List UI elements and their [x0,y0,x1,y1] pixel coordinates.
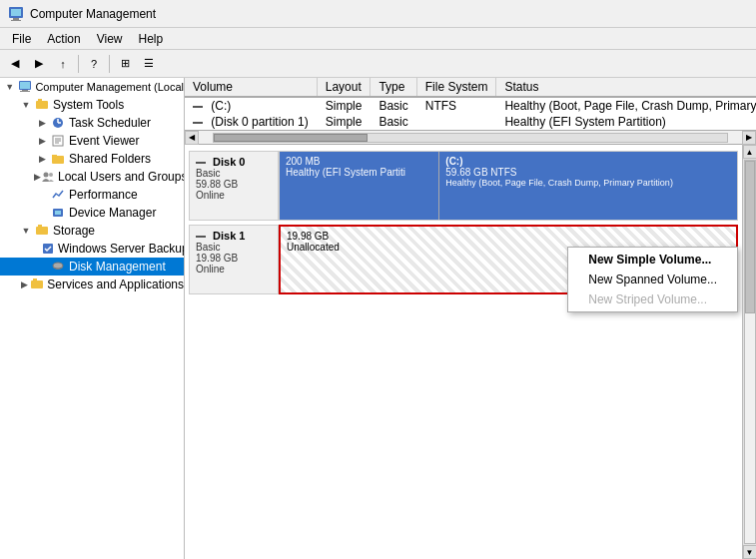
tree-root[interactable]: ▼ Computer Management (Local [0,78,184,96]
disk-1-unalloc-size: 19.98 GB [287,231,730,242]
scroll-track[interactable] [213,133,728,143]
disk-1-size: 19.98 GB [196,253,272,264]
disk-0-c-partition[interactable]: (C:) 59.68 GB NTFS Healthy (Boot, Page F… [439,152,737,220]
list-button[interactable]: ☰ [138,53,160,75]
tree-task-scheduler[interactable]: ▶ Task Scheduler [0,114,184,132]
tree-local-users[interactable]: ▶ Local Users and Groups [0,168,184,186]
svg-rect-2 [13,18,19,20]
table-row[interactable]: (C:) Simple Basic NTFS Healthy (Boot, Pa… [185,97,756,114]
volume-table-area: Volume Layout Type File System Status (C… [185,78,756,131]
disk-mgmt-icon [50,259,66,275]
svg-rect-3 [11,20,21,21]
minus-icon-0 [193,106,203,108]
svg-rect-23 [36,227,48,235]
event-viewer-expand-icon[interactable]: ▶ [34,133,50,149]
status-0: Healthy (Boot, Page File, Crash Dump, Pr… [496,97,756,114]
disk-0-minus-icon [196,162,206,164]
system-tools-icon [34,97,50,113]
back-button[interactable]: ◀ [4,53,26,75]
help-button[interactable]: ? [83,53,105,75]
wsb-label: Windows Server Backup [58,242,185,256]
disk-1-status: Online [196,264,272,275]
vertical-scrollbar[interactable]: ▲ ▼ [742,145,756,559]
tree-storage[interactable]: ▼ Storage [0,222,184,240]
menu-view[interactable]: View [89,30,131,48]
col-filesystem: File System [416,78,496,97]
tree-shared-folders[interactable]: ▶ Shared Folders [0,150,184,168]
horizontal-scrollbar[interactable]: ◀ ▶ [185,131,756,145]
right-panel: Volume Layout Type File System Status (C… [185,78,756,559]
toolbar-separator-2 [109,55,110,73]
menu-action[interactable]: Action [39,30,88,48]
svg-rect-24 [38,225,42,227]
storage-label: Storage [53,224,95,238]
main-layout: ▼ Computer Management (Local ▼ Syste [0,78,756,559]
disk-0-efi-partition[interactable]: 200 MB Healthy (EFI System Partiti [280,152,439,220]
svg-rect-7 [20,91,30,92]
scroll-thumb[interactable] [214,134,368,142]
tree-device-manager[interactable]: ▶ Device Manager [0,204,184,222]
tree-event-viewer[interactable]: ▶ Event Viewer [0,132,184,150]
toolbar-separator-1 [78,55,79,73]
task-scheduler-expand-icon[interactable]: ▶ [34,115,50,131]
disk-0-type: Basic [196,168,272,179]
layout-1: Simple [317,114,371,130]
svg-rect-22 [55,211,61,215]
system-tools-expand-icon[interactable]: ▼ [18,97,34,113]
menu-file[interactable]: File [4,30,39,48]
event-viewer-icon [50,133,66,149]
ctx-new-simple[interactable]: New Simple Volume... [568,250,737,270]
svg-rect-6 [22,90,28,91]
type-0: Basic [371,97,416,114]
disk-0-c-size: 59.68 GB NTFS [445,167,731,178]
disk-0-partitions: 200 MB Healthy (EFI System Partiti (C:) … [279,151,738,221]
disk-0-efi-status: Healthy (EFI System Partiti [286,167,432,178]
disk-0-status: Online [196,190,272,201]
disk-0-row: Disk 0 Basic 59.88 GB Online 200 MB Heal… [189,151,738,221]
local-users-expand-icon[interactable]: ▶ [34,169,41,185]
scroll-up-arrow[interactable]: ▲ [743,145,757,159]
icon-button[interactable]: ⊞ [114,53,136,75]
svg-rect-5 [20,82,30,89]
ctx-new-spanned[interactable]: New Spanned Volume... [568,270,737,289]
scroll-left-arrow[interactable]: ◀ [185,131,199,145]
scroll-right-arrow[interactable]: ▶ [742,131,756,145]
forward-button[interactable]: ▶ [28,53,50,75]
root-expand-icon[interactable]: ▼ [2,79,17,95]
scroll-down-arrow[interactable]: ▼ [743,545,757,559]
services-label: Services and Applications [47,278,184,291]
col-volume: Volume [185,78,317,97]
disk-0-efi-size: 200 MB [286,156,432,167]
device-manager-icon [50,205,66,221]
disk-0-size: 59.88 GB [196,179,272,190]
tree-disk-management[interactable]: ▶ Disk Management [0,258,184,276]
storage-expand-icon[interactable]: ▼ [18,223,34,239]
scroll-v-track[interactable] [744,160,756,544]
menu-help[interactable]: Help [131,30,172,48]
filesystem-0: NTFS [416,97,496,114]
up-button[interactable]: ↑ [52,53,74,75]
local-users-label: Local Users and Groups [58,170,185,184]
disk-1-type: Basic [196,242,272,253]
tree-windows-server-backup[interactable]: ▶ Windows Server Backup [0,240,184,258]
tree-system-tools[interactable]: ▼ System Tools [0,96,184,114]
tree-performance[interactable]: ▶ Performance [0,186,184,204]
type-1: Basic [371,114,416,130]
svg-rect-9 [38,99,42,101]
title-text: Computer Management [30,7,156,21]
disk-1-row: Disk 1 Basic 19.98 GB Online 19.98 GB Un… [189,225,738,294]
svg-point-27 [53,263,63,269]
disk-area: Disk 0 Basic 59.88 GB Online 200 MB Heal… [185,145,742,559]
task-scheduler-icon [50,115,66,131]
menu-bar: File Action View Help [0,28,756,50]
tree-services-apps[interactable]: ▶ Services and Applications [0,276,184,293]
root-label: Computer Management (Local [35,81,184,93]
app-icon [8,6,24,22]
table-row[interactable]: (Disk 0 partition 1) Simple Basic Health… [185,114,756,130]
svg-rect-28 [31,280,43,288]
svg-point-20 [49,173,53,177]
scroll-v-thumb[interactable] [745,161,755,313]
services-expand-icon[interactable]: ▶ [18,277,30,292]
shared-folders-expand-icon[interactable]: ▶ [34,151,50,167]
wsb-icon [41,241,55,257]
